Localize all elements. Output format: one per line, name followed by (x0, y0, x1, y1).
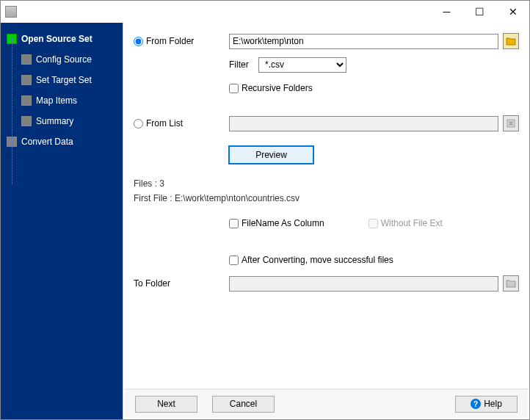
sidebar-item-label: Summary (36, 116, 73, 126)
from-list-input[interactable] (229, 116, 498, 131)
app-icon (5, 6, 17, 18)
recursive-label: Recursive Folders (242, 83, 313, 93)
maximize-button[interactable]: ☐ (463, 1, 496, 23)
from-folder-radio-label[interactable]: From Folder (134, 36, 194, 46)
step-box-icon (21, 116, 32, 126)
folder-icon (506, 279, 516, 288)
step-box-icon (21, 95, 32, 106)
from-folder-input[interactable] (229, 34, 498, 49)
wizard-footer: Next Cancel ? Help (125, 388, 528, 418)
browse-folder-button[interactable] (503, 33, 519, 49)
first-file-text: First File : E:\work\temp\nton\countries… (134, 193, 519, 203)
to-folder-label: To Folder (134, 278, 170, 289)
list-icon (506, 119, 516, 128)
sidebar-item-set-target-set[interactable]: Set Target Set (1, 70, 123, 90)
sidebar-item-label: Convert Data (21, 137, 73, 147)
without-ext-checkbox (369, 219, 378, 228)
step-box-icon (21, 75, 32, 85)
sidebar-item-map-items[interactable]: Map Items (1, 90, 123, 111)
browse-to-folder-button[interactable] (503, 275, 519, 292)
sidebar-item-label: Open Source Set (21, 34, 92, 44)
minimize-button[interactable]: ─ (430, 1, 463, 23)
to-folder-input[interactable] (229, 276, 498, 292)
close-button[interactable]: ✕ (496, 1, 529, 23)
from-list-radio-label[interactable]: From List (134, 118, 183, 128)
filter-label: Filter (229, 59, 254, 70)
from-folder-radio[interactable] (134, 37, 143, 46)
without-ext-checkbox-label: Without File Ext (369, 218, 443, 228)
browse-list-button[interactable] (503, 115, 519, 131)
preview-button[interactable]: Preview (229, 146, 313, 164)
after-convert-checkbox[interactable] (229, 256, 239, 265)
sidebar-item-open-source-set[interactable]: Open Source Set (1, 29, 123, 49)
sidebar-item-label: Set Target Set (36, 75, 92, 85)
filename-col-checkbox-label[interactable]: FileName As Column (229, 218, 324, 228)
after-convert-checkbox-label[interactable]: After Converting, move successful files (229, 255, 393, 265)
main-panel: From Folder Filter *.csv (123, 23, 529, 419)
filter-select[interactable]: *.csv (258, 57, 346, 73)
from-folder-label: From Folder (146, 36, 194, 46)
help-icon: ? (471, 399, 481, 409)
from-list-radio[interactable] (134, 119, 143, 128)
cancel-button[interactable]: Cancel (212, 396, 275, 413)
filename-col-label: FileName As Column (242, 218, 324, 228)
sidebar-item-label: Map Items (36, 95, 77, 106)
sidebar-item-summary[interactable]: Summary (1, 111, 123, 131)
next-button[interactable]: Next (135, 396, 197, 413)
sidebar-item-config-source[interactable]: Config Source (1, 49, 123, 70)
window-titlebar: ─ ☐ ✕ (1, 1, 529, 23)
filename-col-checkbox[interactable] (229, 219, 239, 228)
recursive-checkbox-label[interactable]: Recursive Folders (229, 83, 313, 93)
files-count-text: Files : 3 (134, 178, 519, 189)
recursive-checkbox[interactable] (229, 84, 239, 93)
from-list-label: From List (146, 118, 183, 128)
after-convert-label: After Converting, move successful files (242, 255, 393, 265)
wizard-sidebar: Open Source SetConfig SourceSet Target S… (1, 23, 123, 419)
folder-icon (506, 37, 516, 46)
help-button[interactable]: ? Help (455, 396, 518, 413)
step-box-icon (21, 54, 32, 65)
sidebar-item-label: Config Source (36, 54, 92, 65)
without-ext-label: Without File Ext (381, 218, 443, 228)
sidebar-item-convert-data[interactable]: Convert Data (1, 131, 123, 152)
